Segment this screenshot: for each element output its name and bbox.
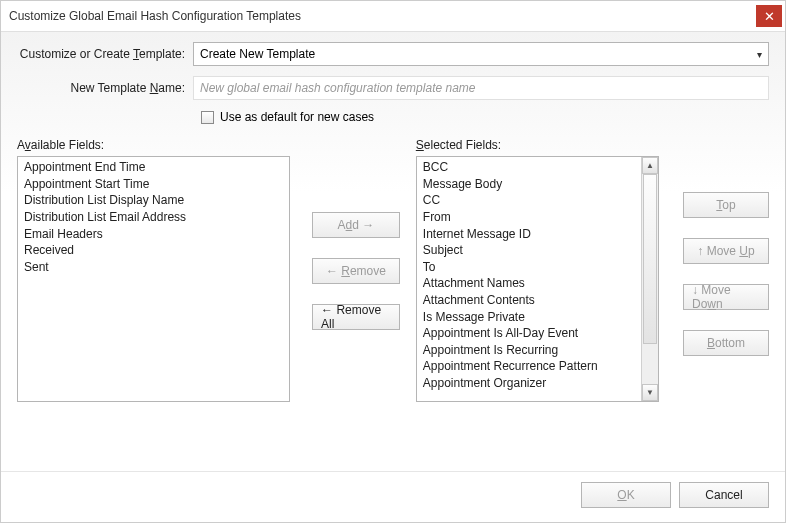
scroll-thumb[interactable] [643, 174, 657, 344]
lists-area: Available Fields: Appointment End Time A… [17, 138, 769, 459]
scroll-down-button[interactable]: ▼ [642, 384, 658, 401]
default-checkbox-label: Use as default for new cases [220, 110, 374, 124]
selected-listbox[interactable]: BCC Message Body CC From Internet Messag… [416, 156, 659, 402]
cancel-button[interactable]: Cancel [679, 482, 769, 508]
list-item[interactable]: Appointment Is Recurring [421, 342, 637, 359]
list-item[interactable]: Received [22, 242, 285, 259]
list-item[interactable]: Appointment Is All-Day Event [421, 325, 637, 342]
list-item[interactable]: Attachment Contents [421, 292, 637, 309]
list-item[interactable]: Subject [421, 242, 637, 259]
list-item[interactable]: BCC [421, 159, 637, 176]
label-text: New Template [70, 81, 149, 95]
name-label: New Template Name: [17, 81, 193, 95]
mnemonic: U [739, 244, 748, 258]
label-text: A [17, 138, 25, 152]
list-item[interactable]: Is Message Private [421, 308, 637, 325]
move-down-button[interactable]: ↓ Move Down [683, 284, 769, 310]
label-text: emplate: [139, 47, 185, 61]
list-item[interactable]: Message Body [421, 176, 637, 193]
remove-all-button[interactable]: ← Remove All [312, 304, 400, 330]
list-item[interactable]: CC [421, 192, 637, 209]
placeholder-text: New global email hash configuration temp… [200, 81, 476, 95]
name-row: New Template Name: New global email hash… [17, 76, 769, 100]
template-label: Customize or Create Template: [17, 47, 193, 61]
list-item[interactable]: Appointment Start Time [22, 176, 285, 193]
mnemonic: S [416, 138, 424, 152]
close-icon: ✕ [764, 9, 775, 24]
list-item[interactable]: Attachment Names [421, 275, 637, 292]
template-name-input[interactable]: New global email hash configuration temp… [193, 76, 769, 100]
chevron-down-icon: ▾ [757, 49, 762, 60]
template-dropdown[interactable]: Create New Template ▾ [193, 42, 769, 66]
scroll-up-button[interactable]: ▲ [642, 157, 658, 174]
template-row: Customize or Create Template: Create New… [17, 42, 769, 66]
add-button[interactable]: Add → [312, 212, 400, 238]
window-title: Customize Global Email Hash Configuratio… [9, 9, 301, 23]
list-item[interactable]: Email Headers [22, 225, 285, 242]
label-text: ailable Fields: [31, 138, 104, 152]
selected-column: Selected Fields: BCC Message Body CC Fro… [416, 138, 659, 459]
close-button[interactable]: ✕ [756, 5, 782, 27]
mnemonic: w [707, 297, 716, 311]
list-item[interactable]: Appointment End Time [22, 159, 285, 176]
top-button[interactable]: Top [683, 192, 769, 218]
list-item[interactable]: Distribution List Display Name [22, 192, 285, 209]
default-checkbox-row: Use as default for new cases [201, 110, 769, 124]
list-item[interactable]: To [421, 259, 637, 276]
dropdown-value: Create New Template [200, 47, 315, 61]
list-item[interactable]: From [421, 209, 637, 226]
dialog-body: Customize or Create Template: Create New… [1, 32, 785, 471]
mnemonic: R [341, 264, 350, 278]
scrollbar[interactable]: ▲ ▼ [641, 157, 658, 401]
available-column: Available Fields: Appointment End Time A… [17, 138, 290, 459]
list-item[interactable]: Appointment Organizer [421, 375, 637, 392]
list-item[interactable]: Distribution List Email Address [22, 209, 285, 226]
ok-button[interactable]: OK [581, 482, 671, 508]
selected-inner: BCC Message Body CC From Internet Messag… [417, 157, 641, 401]
transfer-buttons: Add → ← Remove ← Remove All [290, 138, 410, 459]
titlebar: Customize Global Email Hash Configuratio… [1, 1, 785, 32]
mnemonic: O [617, 488, 626, 502]
selected-label: Selected Fields: [416, 138, 659, 152]
mnemonic: N [150, 81, 159, 95]
label-text: Customize or Create [20, 47, 133, 61]
footer: OK Cancel [1, 471, 785, 522]
mnemonic: B [707, 336, 715, 350]
available-listbox[interactable]: Appointment End Time Appointment Start T… [17, 156, 290, 402]
move-up-button[interactable]: ↑ Move Up [683, 238, 769, 264]
default-checkbox[interactable] [201, 111, 214, 124]
dialog-window: Customize Global Email Hash Configuratio… [0, 0, 786, 523]
list-item[interactable]: Sent [22, 259, 285, 276]
label-text: elected Fields: [424, 138, 501, 152]
label-text: ame: [158, 81, 185, 95]
scroll-track[interactable] [642, 174, 658, 384]
bottom-button[interactable]: Bottom [683, 330, 769, 356]
list-item[interactable]: Internet Message ID [421, 225, 637, 242]
reorder-buttons: Top ↑ Move Up ↓ Move Down Bottom [659, 138, 769, 459]
remove-button[interactable]: ← Remove [312, 258, 400, 284]
available-label: Available Fields: [17, 138, 290, 152]
list-item[interactable]: Appointment Recurrence Pattern [421, 358, 637, 375]
